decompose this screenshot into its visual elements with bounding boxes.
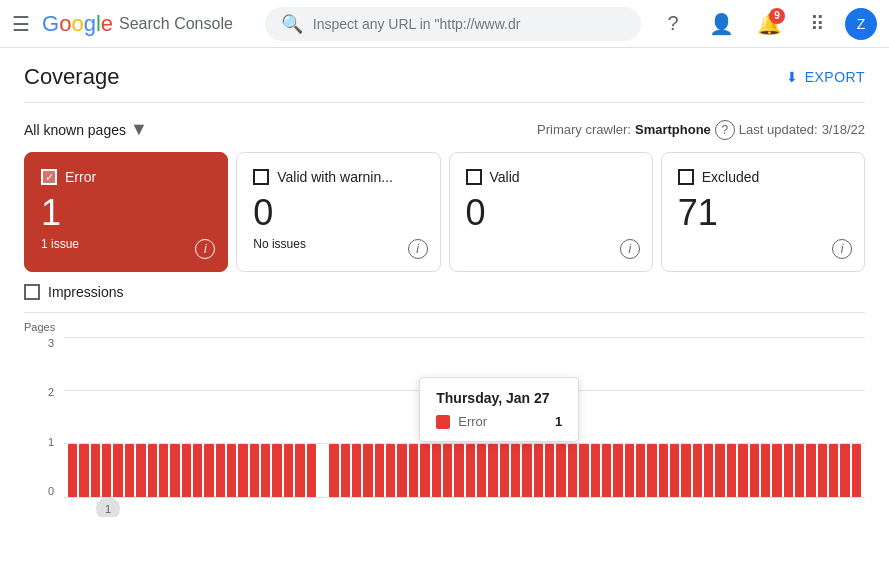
bar-38 <box>500 444 509 497</box>
status-card-valid[interactable]: Valid 0 i <box>449 152 653 272</box>
bar-56 <box>704 444 713 497</box>
status-card-error[interactable]: Error 1 1 issue i <box>24 152 228 272</box>
tooltip-date: Thursday, Jan 27 <box>436 390 562 406</box>
bar-45 <box>579 444 588 497</box>
avatar[interactable]: Z <box>845 8 877 40</box>
error-label: Error <box>65 169 96 185</box>
bar-68 <box>840 444 849 497</box>
bar-28 <box>386 444 395 497</box>
menu-icon[interactable]: ☰ <box>12 12 30 36</box>
bar-4 <box>113 444 122 497</box>
export-label: EXPORT <box>805 69 865 85</box>
help-button[interactable]: ? <box>653 4 693 44</box>
chart-y-label: Pages <box>24 321 865 333</box>
bar-30 <box>409 444 418 497</box>
tooltip-color-swatch <box>436 415 450 429</box>
bar-47 <box>602 444 611 497</box>
apps-button[interactable]: ⠿ <box>797 4 837 44</box>
page-content: Coverage ⬇ EXPORT All known pages ▼ Prim… <box>0 48 889 517</box>
logo[interactable]: Google Search Console <box>42 11 233 37</box>
bar-60 <box>750 444 759 497</box>
valid-help-icon[interactable]: i <box>620 239 640 259</box>
bar-33 <box>443 444 452 497</box>
error-help-icon[interactable]: i <box>195 239 215 259</box>
card-header-error: Error <box>41 169 211 185</box>
bar-41 <box>534 444 543 497</box>
bar-27 <box>375 444 384 497</box>
error-sub: 1 issue <box>41 237 211 251</box>
bar-57 <box>715 444 724 497</box>
valid-checkbox[interactable] <box>466 169 482 185</box>
export-button[interactable]: ⬇ EXPORT <box>786 69 865 85</box>
bar-21 <box>307 444 316 497</box>
bar-24 <box>341 444 350 497</box>
card-header-valid-warning: Valid with warnin... <box>253 169 423 185</box>
accounts-icon: 👤 <box>709 12 734 36</box>
page-header: Coverage ⬇ EXPORT <box>24 48 865 103</box>
bar-17 <box>261 444 270 497</box>
bar-13 <box>216 444 225 497</box>
status-card-excluded[interactable]: Excluded 71 i <box>661 152 865 272</box>
filter-dropdown[interactable]: All known pages ▼ <box>24 119 148 140</box>
bar-39 <box>511 444 520 497</box>
grid-line-0 <box>64 497 865 498</box>
primary-crawler-label: Primary crawler: <box>537 122 631 137</box>
pagination-dot: 1 <box>96 497 120 517</box>
chevron-down-icon: ▼ <box>130 119 148 140</box>
notifications-button[interactable]: 🔔 9 <box>749 4 789 44</box>
crawler-help-icon[interactable]: ? <box>715 120 735 140</box>
valid-warning-count: 0 <box>253 193 423 233</box>
y-label-3: 3 <box>48 337 54 349</box>
bar-2 <box>91 444 100 497</box>
bar-34 <box>454 444 463 497</box>
bar-42 <box>545 444 554 497</box>
bar-63 <box>784 444 793 497</box>
bar-15 <box>238 444 247 497</box>
y-label-0: 0 <box>48 485 54 497</box>
search-bar[interactable]: 🔍 <box>265 7 641 41</box>
error-checkbox[interactable] <box>41 169 57 185</box>
bar-7 <box>148 444 157 497</box>
bar-20 <box>295 444 304 497</box>
impressions-label: Impressions <box>48 284 123 300</box>
excluded-label: Excluded <box>702 169 760 185</box>
bar-36 <box>477 444 486 497</box>
valid-warning-checkbox[interactable] <box>253 169 269 185</box>
bar-64 <box>795 444 804 497</box>
bar-35 <box>466 444 475 497</box>
grid-icon: ⠿ <box>810 12 825 36</box>
bar-69 <box>852 444 861 497</box>
status-card-valid-warning[interactable]: Valid with warnin... 0 No issues i <box>236 152 440 272</box>
help-icon: ? <box>667 12 678 35</box>
bar-53 <box>670 444 679 497</box>
status-cards: Error 1 1 issue i Valid with warnin... 0… <box>24 152 865 272</box>
valid-warning-sub: No issues <box>253 237 423 251</box>
bar-48 <box>613 444 622 497</box>
last-updated-label: Last updated: <box>739 122 818 137</box>
search-input[interactable] <box>313 16 625 32</box>
bar-12 <box>204 444 213 497</box>
bar-50 <box>636 444 645 497</box>
card-header-valid: Valid <box>466 169 636 185</box>
bar-37 <box>488 444 497 497</box>
excluded-help-icon[interactable]: i <box>832 239 852 259</box>
bar-25 <box>352 444 361 497</box>
export-icon: ⬇ <box>786 69 799 85</box>
bar-51 <box>647 444 656 497</box>
valid-warning-label: Valid with warnin... <box>277 169 393 185</box>
bar-52 <box>659 444 668 497</box>
valid-warning-help-icon[interactable]: i <box>408 239 428 259</box>
bar-9 <box>170 444 179 497</box>
bar-59 <box>738 444 747 497</box>
impressions-checkbox[interactable] <box>24 284 40 300</box>
error-count: 1 <box>41 193 211 233</box>
y-label-1: 1 <box>48 436 54 448</box>
bar-65 <box>806 444 815 497</box>
bar-40 <box>522 444 531 497</box>
excluded-count: 71 <box>678 193 848 233</box>
excluded-checkbox[interactable] <box>678 169 694 185</box>
valid-count: 0 <box>466 193 636 233</box>
bar-26 <box>363 444 372 497</box>
accounts-button[interactable]: 👤 <box>701 4 741 44</box>
last-updated-value: 3/18/22 <box>822 122 865 137</box>
